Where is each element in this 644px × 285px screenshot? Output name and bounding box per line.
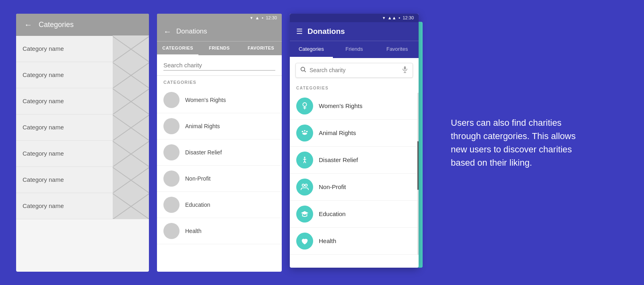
item-label: Category name <box>16 88 113 114</box>
screen3-categories-list: Women's Rights Animal Rights <box>290 93 419 255</box>
screen3-phone: ▾ ▲▲ ▪ 12:30 ☰ Donations Categories Frie… <box>290 14 419 268</box>
category-icon <box>163 197 180 213</box>
item-thumbnail <box>113 62 149 88</box>
screen3-tab-bar: Categories Friends Favorites <box>290 41 419 58</box>
categories-section-label: CATEGORIES <box>157 76 282 87</box>
list-item[interactable]: Disaster Relief <box>157 139 282 166</box>
education-icon <box>296 206 313 223</box>
svg-point-11 <box>304 156 305 158</box>
item-label: Category name <box>16 114 113 140</box>
svg-point-10 <box>306 131 308 132</box>
scrollbar-thumb <box>417 141 419 190</box>
item-thumbnail <box>113 193 149 219</box>
item-thumbnail <box>113 166 149 193</box>
list-item[interactable]: Health <box>157 218 282 244</box>
item-label: Education <box>185 202 210 208</box>
svg-point-9 <box>304 130 305 131</box>
category-icon <box>163 171 180 187</box>
signal-icon: ▲ <box>255 15 260 20</box>
screen2-header: ← Donations <box>157 22 282 41</box>
item-thumbnail <box>113 88 149 114</box>
category-icon <box>163 144 180 160</box>
search-bar[interactable] <box>295 63 413 78</box>
list-item[interactable]: Category name <box>16 36 149 62</box>
item-thumbnail <box>113 35 149 62</box>
tab-categories[interactable]: Categories <box>290 41 333 58</box>
item-label: Category name <box>16 193 113 219</box>
screen1-wireframe-categories: ← Categories Category name Category name… <box>16 14 149 272</box>
screen2-wireframe-donations: ▾ ▲ ▪ 12:30 ← Donations CATEGORIES FRIEN… <box>157 14 282 272</box>
description-text: Users can also find charities through ca… <box>451 116 588 169</box>
tab-favorites[interactable]: FAVORITES <box>240 42 282 55</box>
tab-friends[interactable]: FRIENDS <box>198 42 240 55</box>
list-item[interactable]: Category name <box>16 62 149 88</box>
item-label: Education <box>319 210 346 217</box>
svg-line-1 <box>304 71 306 72</box>
tab-bar: CATEGORIES FRIENDS FAVORITES <box>157 41 282 55</box>
svg-marker-18 <box>301 211 308 214</box>
item-thumbnail <box>113 114 149 140</box>
search-container <box>157 55 282 76</box>
search-input[interactable] <box>163 60 275 71</box>
list-item[interactable]: Women's Rights <box>290 93 419 120</box>
svg-point-0 <box>301 67 305 71</box>
status-bar: ▾ ▲ ▪ 12:30 <box>157 14 282 22</box>
time-display: 12:30 <box>402 15 414 20</box>
list-item[interactable]: Category name <box>16 88 149 114</box>
list-item[interactable]: Non-Profit <box>157 166 282 192</box>
list-item[interactable]: Women's Rights <box>157 87 282 113</box>
list-item[interactable]: Animal Rights <box>157 113 282 139</box>
list-item[interactable]: Category name <box>16 167 149 193</box>
screen1-title: Categories <box>39 21 74 29</box>
tab-friends[interactable]: Friends <box>333 41 376 58</box>
list-item[interactable]: Non-Profit <box>290 174 419 201</box>
categories-section-label: CATEGORIES <box>290 83 419 93</box>
screen1-header: ← Categories <box>16 14 149 36</box>
list-item[interactable]: Category name <box>16 141 149 167</box>
list-item[interactable]: Category name <box>16 114 149 141</box>
svg-rect-2 <box>404 66 406 69</box>
item-label: Health <box>185 228 201 234</box>
item-label: Health <box>319 237 336 244</box>
list-item[interactable]: Category name <box>16 193 149 219</box>
health-icon <box>296 233 313 250</box>
back-arrow-icon[interactable]: ← <box>163 27 171 36</box>
battery-icon: ▪ <box>262 15 264 20</box>
back-arrow-icon[interactable]: ← <box>24 20 32 29</box>
screen2-title: Donations <box>176 27 207 35</box>
list-item[interactable]: Health <box>290 228 419 255</box>
item-label: Animal Rights <box>185 123 220 129</box>
svg-point-5 <box>303 102 306 106</box>
list-item[interactable]: Animal Rights <box>290 120 419 147</box>
womens-rights-icon <box>296 98 313 114</box>
tab-categories[interactable]: CATEGORIES <box>157 42 198 55</box>
tab-favorites[interactable]: Favorites <box>376 41 419 58</box>
search-input[interactable] <box>310 67 398 73</box>
item-label: Women's Rights <box>185 97 226 103</box>
screen1-list: Category name Category name Category nam… <box>16 36 149 219</box>
description-panel: Users can also find charities through ca… <box>435 108 628 177</box>
disaster-relief-icon <box>296 152 313 169</box>
microphone-icon[interactable] <box>401 66 409 75</box>
animal-rights-icon <box>296 125 313 141</box>
list-item[interactable]: Education <box>157 192 282 218</box>
category-icon <box>163 92 180 108</box>
svg-point-8 <box>302 131 303 132</box>
screen2-categories-list: Women's Rights Animal Rights Disaster Re… <box>157 87 282 244</box>
item-thumbnail <box>113 140 149 166</box>
screen3-final-design: ▾ ▲▲ ▪ 12:30 ☰ Donations Categories Frie… <box>290 14 427 272</box>
item-label: Category name <box>16 62 113 88</box>
item-label: Animal Rights <box>319 129 356 136</box>
scrollbar[interactable] <box>417 93 419 255</box>
screen3-title: Donations <box>308 27 345 36</box>
battery-icon: ▪ <box>399 15 400 20</box>
list-item[interactable]: Education <box>290 201 419 228</box>
svg-point-17 <box>305 184 308 186</box>
item-label: Category name <box>16 167 113 193</box>
list-item[interactable]: Disaster Relief <box>290 147 419 174</box>
item-label: Non-Profit <box>185 175 211 182</box>
hamburger-menu-icon[interactable]: ☰ <box>296 27 303 36</box>
item-label: Disaster Relief <box>185 149 222 156</box>
item-label: Disaster Relief <box>319 156 358 163</box>
category-icon <box>163 223 180 239</box>
